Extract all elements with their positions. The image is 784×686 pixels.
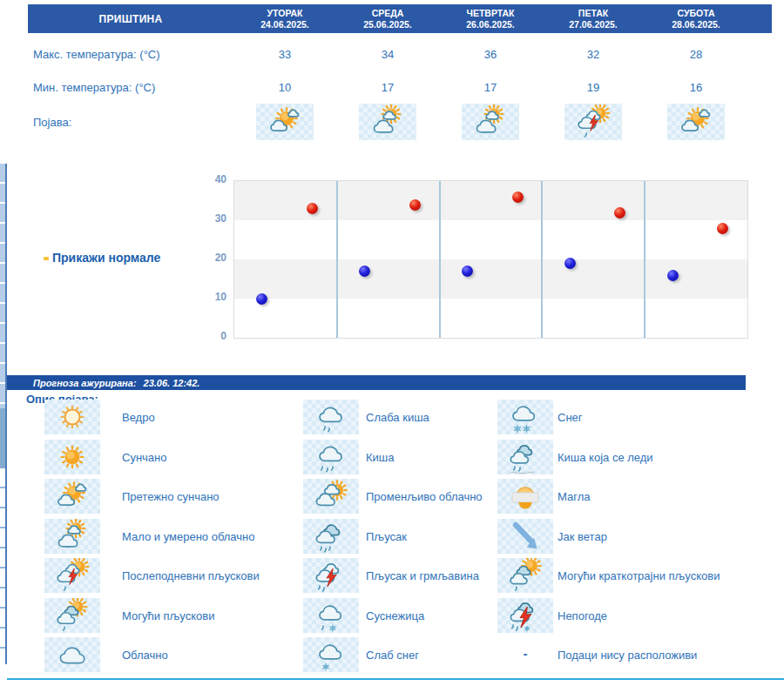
chart-dot-min_temp [667, 270, 679, 281]
day-divider-line [644, 181, 645, 338]
forecast-phenomenon-icon [359, 104, 416, 140]
legend-icon-shower-thunder [303, 558, 359, 593]
min-temperature-value: 10 [233, 81, 336, 94]
afternoon-showers-icon [576, 104, 611, 139]
day-name: ПЕТАК [578, 8, 608, 19]
legend-item-label: Облачно [122, 649, 168, 662]
legend-item-label: Киша [366, 451, 395, 464]
forecast-updated-bar: Прогноза ажурирана: 23.06. 12:42. [7, 375, 746, 390]
legend-icon-sleet [303, 598, 359, 633]
chart-dot-max_temp [717, 223, 728, 234]
phenomena-row-label: Појава: [33, 116, 71, 129]
legend-item-label: Суснежица [366, 609, 424, 622]
max-temperature-value: 36 [439, 48, 542, 61]
day-name: ЧЕТВРТАК [467, 8, 515, 19]
legend-item-label: Ведро [122, 411, 155, 424]
shower-thunder-icon [314, 558, 348, 593]
chart-dot-min_temp [462, 266, 473, 277]
cutoff-left-menu-edge-upper [0, 164, 7, 408]
day-date: 28.06.2025. [672, 19, 720, 30]
legend-icon-strong-wind [497, 519, 553, 554]
mostly-sunny-icon [267, 104, 302, 139]
afternoon-showers-icon [55, 558, 90, 593]
forecast-phenomenon-icon [256, 104, 314, 140]
cutoff-left-menu-edge-lower [0, 468, 7, 664]
chart-dot-max_temp [307, 203, 318, 214]
legend-item-label: Могући краткотрајни пљускови [558, 569, 720, 582]
legend-icon-variable-cloudy [303, 479, 359, 514]
sleet-icon [314, 598, 348, 633]
legend-item-label: Подаци нису расположиви [558, 649, 697, 662]
chart-dot-min_temp [256, 293, 267, 305]
updated-label: Прогноза ажурирана: [33, 378, 137, 388]
y-axis-tick-label: 10 [206, 291, 226, 303]
snow-icon [508, 400, 543, 434]
max-temperature-value: 33 [233, 48, 336, 61]
day-date: 25.06.2025. [363, 19, 411, 30]
temperature-chart-plot [233, 180, 748, 339]
sunny-icon [55, 440, 90, 474]
chart-dot-min_temp [564, 258, 576, 269]
weather-forecast-page: ПРИШТИНА Макс. температура: (°C) Мин. те… [0, 0, 784, 686]
day-header: СУБОТА28.06.2025. [645, 4, 747, 33]
rain-icon [314, 440, 348, 474]
day-date: 27.06.2025. [569, 19, 617, 30]
legend-item-label: Променљиво облачно [366, 490, 483, 503]
fog-icon [508, 479, 543, 514]
y-axis-tick-label: 40 [206, 173, 226, 185]
storms-icon [508, 598, 543, 633]
legend-item-label: Слаб снег [366, 649, 419, 662]
min-temperature-value: 16 [645, 81, 747, 94]
y-axis-tick-label: 30 [206, 212, 226, 225]
legend-icon-mostly-sunny [44, 479, 100, 514]
cutoff-left-menu-edge-middle [0, 408, 7, 468]
bottom-divider-line [7, 678, 784, 680]
cloudy-icon [55, 637, 90, 672]
legend-item-label: Пљусак [366, 530, 407, 543]
legend-icon-freezing-rain [497, 440, 553, 474]
min-temperature-row-label: Мин. температура: (°C) [33, 81, 155, 94]
legend-item-label: Јак ветар [558, 530, 607, 543]
legend-item-label: Сунчано [122, 451, 166, 464]
legend-icon-partly-cloudy [44, 519, 100, 554]
legend-icon-possible-showers [44, 598, 100, 633]
show-normals-link[interactable]: Прикажи нормале [52, 251, 160, 265]
legend-icon-rain [303, 440, 359, 474]
day-divider-line [336, 181, 338, 338]
legend-icon-sunny [44, 440, 100, 474]
day-name: СРЕДА [372, 8, 404, 19]
max-temperature-value: 34 [336, 48, 439, 61]
legend-icon-shower [303, 519, 359, 554]
forecast-phenomenon-icon [462, 104, 519, 140]
legend-icon-storms [497, 598, 553, 633]
strong-wind-icon [508, 519, 543, 554]
day-header: УТОРАК24.06.2025. [233, 4, 336, 33]
legend-item-label: Магла [558, 490, 590, 503]
legend-icon-light-rain [303, 400, 359, 434]
chart-dot-max_temp [409, 199, 421, 211]
light-rain-icon [314, 400, 348, 434]
legend-item-label: Снег [558, 411, 583, 424]
max-temperature-row-label: Макс. температура: (°C) [33, 48, 160, 61]
show-normals-bullet-icon [44, 257, 49, 260]
max-temperature-value: 28 [645, 48, 747, 61]
min-temperature-value: 17 [336, 81, 439, 94]
mostly-sunny-icon [679, 104, 713, 139]
legend-item-label: Непогоде [558, 609, 607, 622]
partly-cloudy-icon [370, 104, 405, 139]
legend-item-label: Киша која се леди [558, 451, 653, 464]
min-temperature-value: 17 [439, 81, 542, 94]
legend-icon-clear [44, 400, 100, 434]
clear-icon [55, 400, 90, 434]
day-header: ЧЕТВРТАК26.06.2025. [439, 4, 542, 33]
light-snow-icon [314, 637, 348, 672]
legend-icon-light-snow [303, 637, 359, 672]
chart-dot-min_temp [359, 266, 370, 277]
station-name: ПРИШТИНА [28, 4, 233, 33]
legend-item-label: Пљусак и грмљавина [366, 569, 479, 582]
chart-dot-max_temp [512, 192, 524, 203]
possible-showers-icon [55, 598, 90, 633]
legend-item-label: Послеподневни пљускови [122, 569, 260, 582]
min-temperature-value: 19 [542, 81, 645, 94]
legend-item-label: Претежно сунчано [122, 490, 220, 503]
